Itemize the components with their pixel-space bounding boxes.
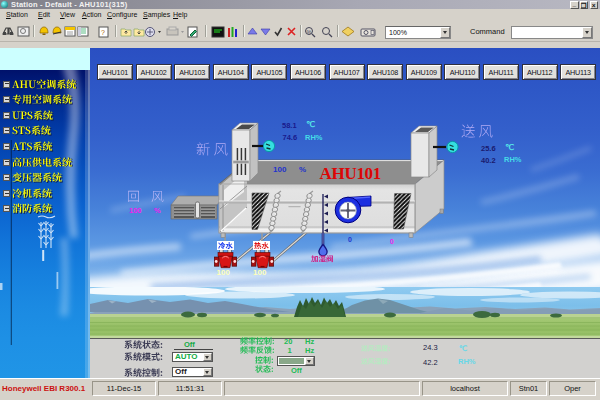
svg-text:%: %	[307, 29, 312, 35]
svg-text:?: ?	[101, 29, 105, 36]
